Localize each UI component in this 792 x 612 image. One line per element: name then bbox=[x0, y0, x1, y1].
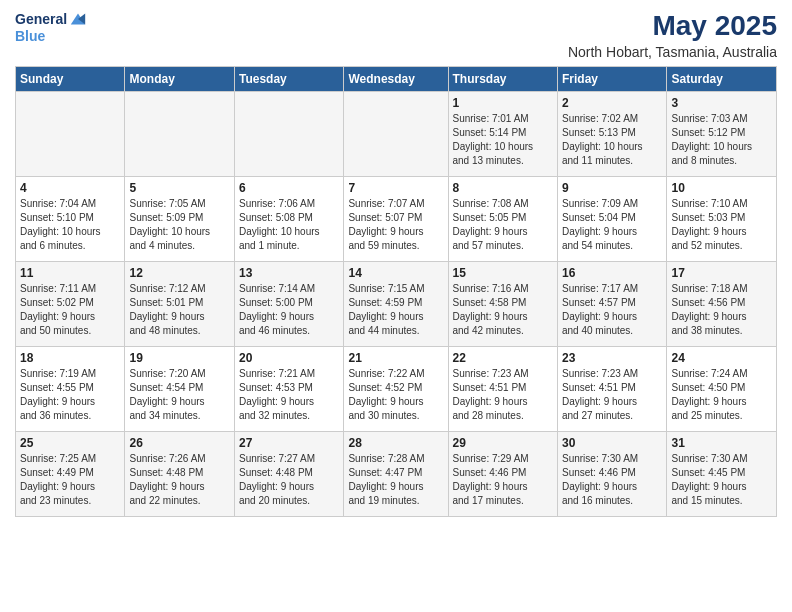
calendar-cell: 9Sunrise: 7:09 AM Sunset: 5:04 PM Daylig… bbox=[557, 177, 666, 262]
day-number: 6 bbox=[239, 181, 339, 195]
day-number: 20 bbox=[239, 351, 339, 365]
calendar-cell: 12Sunrise: 7:12 AM Sunset: 5:01 PM Dayli… bbox=[125, 262, 234, 347]
calendar-cell: 13Sunrise: 7:14 AM Sunset: 5:00 PM Dayli… bbox=[234, 262, 343, 347]
calendar-cell: 27Sunrise: 7:27 AM Sunset: 4:48 PM Dayli… bbox=[234, 432, 343, 517]
title-block: May 2025 North Hobart, Tasmania, Austral… bbox=[568, 10, 777, 60]
calendar-cell: 29Sunrise: 7:29 AM Sunset: 4:46 PM Dayli… bbox=[448, 432, 557, 517]
calendar-cell: 8Sunrise: 7:08 AM Sunset: 5:05 PM Daylig… bbox=[448, 177, 557, 262]
day-number: 26 bbox=[129, 436, 229, 450]
logo-general: General bbox=[15, 11, 67, 28]
day-number: 3 bbox=[671, 96, 772, 110]
calendar-cell: 28Sunrise: 7:28 AM Sunset: 4:47 PM Dayli… bbox=[344, 432, 448, 517]
day-info: Sunrise: 7:19 AM Sunset: 4:55 PM Dayligh… bbox=[20, 367, 120, 423]
subtitle: North Hobart, Tasmania, Australia bbox=[568, 44, 777, 60]
day-info: Sunrise: 7:15 AM Sunset: 4:59 PM Dayligh… bbox=[348, 282, 443, 338]
calendar-cell: 15Sunrise: 7:16 AM Sunset: 4:58 PM Dayli… bbox=[448, 262, 557, 347]
day-number: 27 bbox=[239, 436, 339, 450]
day-info: Sunrise: 7:10 AM Sunset: 5:03 PM Dayligh… bbox=[671, 197, 772, 253]
logo-icon bbox=[69, 10, 87, 28]
calendar-cell: 1Sunrise: 7:01 AM Sunset: 5:14 PM Daylig… bbox=[448, 92, 557, 177]
calendar-cell: 19Sunrise: 7:20 AM Sunset: 4:54 PM Dayli… bbox=[125, 347, 234, 432]
calendar-cell: 16Sunrise: 7:17 AM Sunset: 4:57 PM Dayli… bbox=[557, 262, 666, 347]
day-info: Sunrise: 7:12 AM Sunset: 5:01 PM Dayligh… bbox=[129, 282, 229, 338]
day-number: 10 bbox=[671, 181, 772, 195]
day-number: 31 bbox=[671, 436, 772, 450]
day-info: Sunrise: 7:30 AM Sunset: 4:45 PM Dayligh… bbox=[671, 452, 772, 508]
week-row-5: 25Sunrise: 7:25 AM Sunset: 4:49 PM Dayli… bbox=[16, 432, 777, 517]
day-number: 7 bbox=[348, 181, 443, 195]
day-number: 21 bbox=[348, 351, 443, 365]
calendar-cell: 24Sunrise: 7:24 AM Sunset: 4:50 PM Dayli… bbox=[667, 347, 777, 432]
day-number: 24 bbox=[671, 351, 772, 365]
day-info: Sunrise: 7:24 AM Sunset: 4:50 PM Dayligh… bbox=[671, 367, 772, 423]
calendar-cell bbox=[16, 92, 125, 177]
calendar-cell: 7Sunrise: 7:07 AM Sunset: 5:07 PM Daylig… bbox=[344, 177, 448, 262]
header-day-thursday: Thursday bbox=[448, 67, 557, 92]
day-number: 9 bbox=[562, 181, 662, 195]
calendar-cell: 10Sunrise: 7:10 AM Sunset: 5:03 PM Dayli… bbox=[667, 177, 777, 262]
calendar-cell: 4Sunrise: 7:04 AM Sunset: 5:10 PM Daylig… bbox=[16, 177, 125, 262]
day-number: 13 bbox=[239, 266, 339, 280]
day-number: 30 bbox=[562, 436, 662, 450]
calendar-cell: 26Sunrise: 7:26 AM Sunset: 4:48 PM Dayli… bbox=[125, 432, 234, 517]
week-row-3: 11Sunrise: 7:11 AM Sunset: 5:02 PM Dayli… bbox=[16, 262, 777, 347]
calendar-cell bbox=[344, 92, 448, 177]
day-number: 15 bbox=[453, 266, 553, 280]
day-info: Sunrise: 7:23 AM Sunset: 4:51 PM Dayligh… bbox=[453, 367, 553, 423]
day-info: Sunrise: 7:22 AM Sunset: 4:52 PM Dayligh… bbox=[348, 367, 443, 423]
calendar-cell: 18Sunrise: 7:19 AM Sunset: 4:55 PM Dayli… bbox=[16, 347, 125, 432]
calendar-cell: 21Sunrise: 7:22 AM Sunset: 4:52 PM Dayli… bbox=[344, 347, 448, 432]
day-info: Sunrise: 7:30 AM Sunset: 4:46 PM Dayligh… bbox=[562, 452, 662, 508]
day-number: 4 bbox=[20, 181, 120, 195]
calendar-cell: 20Sunrise: 7:21 AM Sunset: 4:53 PM Dayli… bbox=[234, 347, 343, 432]
day-info: Sunrise: 7:04 AM Sunset: 5:10 PM Dayligh… bbox=[20, 197, 120, 253]
day-number: 22 bbox=[453, 351, 553, 365]
calendar-cell: 31Sunrise: 7:30 AM Sunset: 4:45 PM Dayli… bbox=[667, 432, 777, 517]
day-info: Sunrise: 7:28 AM Sunset: 4:47 PM Dayligh… bbox=[348, 452, 443, 508]
week-row-4: 18Sunrise: 7:19 AM Sunset: 4:55 PM Dayli… bbox=[16, 347, 777, 432]
logo: General Blue bbox=[15, 10, 87, 45]
day-info: Sunrise: 7:27 AM Sunset: 4:48 PM Dayligh… bbox=[239, 452, 339, 508]
calendar-cell bbox=[234, 92, 343, 177]
calendar-cell: 14Sunrise: 7:15 AM Sunset: 4:59 PM Dayli… bbox=[344, 262, 448, 347]
calendar-header: SundayMondayTuesdayWednesdayThursdayFrid… bbox=[16, 67, 777, 92]
calendar-cell: 22Sunrise: 7:23 AM Sunset: 4:51 PM Dayli… bbox=[448, 347, 557, 432]
day-info: Sunrise: 7:26 AM Sunset: 4:48 PM Dayligh… bbox=[129, 452, 229, 508]
calendar-cell: 6Sunrise: 7:06 AM Sunset: 5:08 PM Daylig… bbox=[234, 177, 343, 262]
day-number: 14 bbox=[348, 266, 443, 280]
calendar-cell: 3Sunrise: 7:03 AM Sunset: 5:12 PM Daylig… bbox=[667, 92, 777, 177]
calendar-cell: 25Sunrise: 7:25 AM Sunset: 4:49 PM Dayli… bbox=[16, 432, 125, 517]
day-info: Sunrise: 7:21 AM Sunset: 4:53 PM Dayligh… bbox=[239, 367, 339, 423]
day-number: 29 bbox=[453, 436, 553, 450]
header-day-sunday: Sunday bbox=[16, 67, 125, 92]
day-number: 1 bbox=[453, 96, 553, 110]
calendar-cell: 30Sunrise: 7:30 AM Sunset: 4:46 PM Dayli… bbox=[557, 432, 666, 517]
day-number: 5 bbox=[129, 181, 229, 195]
day-number: 25 bbox=[20, 436, 120, 450]
day-info: Sunrise: 7:14 AM Sunset: 5:00 PM Dayligh… bbox=[239, 282, 339, 338]
logo-blue: Blue bbox=[15, 28, 45, 45]
day-number: 16 bbox=[562, 266, 662, 280]
day-info: Sunrise: 7:08 AM Sunset: 5:05 PM Dayligh… bbox=[453, 197, 553, 253]
day-info: Sunrise: 7:20 AM Sunset: 4:54 PM Dayligh… bbox=[129, 367, 229, 423]
header-day-friday: Friday bbox=[557, 67, 666, 92]
day-number: 19 bbox=[129, 351, 229, 365]
main-title: May 2025 bbox=[568, 10, 777, 42]
header-day-monday: Monday bbox=[125, 67, 234, 92]
calendar-cell bbox=[125, 92, 234, 177]
day-number: 18 bbox=[20, 351, 120, 365]
header-day-saturday: Saturday bbox=[667, 67, 777, 92]
week-row-2: 4Sunrise: 7:04 AM Sunset: 5:10 PM Daylig… bbox=[16, 177, 777, 262]
day-info: Sunrise: 7:02 AM Sunset: 5:13 PM Dayligh… bbox=[562, 112, 662, 168]
day-info: Sunrise: 7:06 AM Sunset: 5:08 PM Dayligh… bbox=[239, 197, 339, 253]
day-info: Sunrise: 7:01 AM Sunset: 5:14 PM Dayligh… bbox=[453, 112, 553, 168]
page-header: General Blue May 2025 North Hobart, Tasm… bbox=[15, 10, 777, 60]
day-info: Sunrise: 7:03 AM Sunset: 5:12 PM Dayligh… bbox=[671, 112, 772, 168]
day-info: Sunrise: 7:07 AM Sunset: 5:07 PM Dayligh… bbox=[348, 197, 443, 253]
day-info: Sunrise: 7:05 AM Sunset: 5:09 PM Dayligh… bbox=[129, 197, 229, 253]
day-number: 23 bbox=[562, 351, 662, 365]
calendar-table: SundayMondayTuesdayWednesdayThursdayFrid… bbox=[15, 66, 777, 517]
header-day-tuesday: Tuesday bbox=[234, 67, 343, 92]
day-number: 17 bbox=[671, 266, 772, 280]
calendar-cell: 23Sunrise: 7:23 AM Sunset: 4:51 PM Dayli… bbox=[557, 347, 666, 432]
